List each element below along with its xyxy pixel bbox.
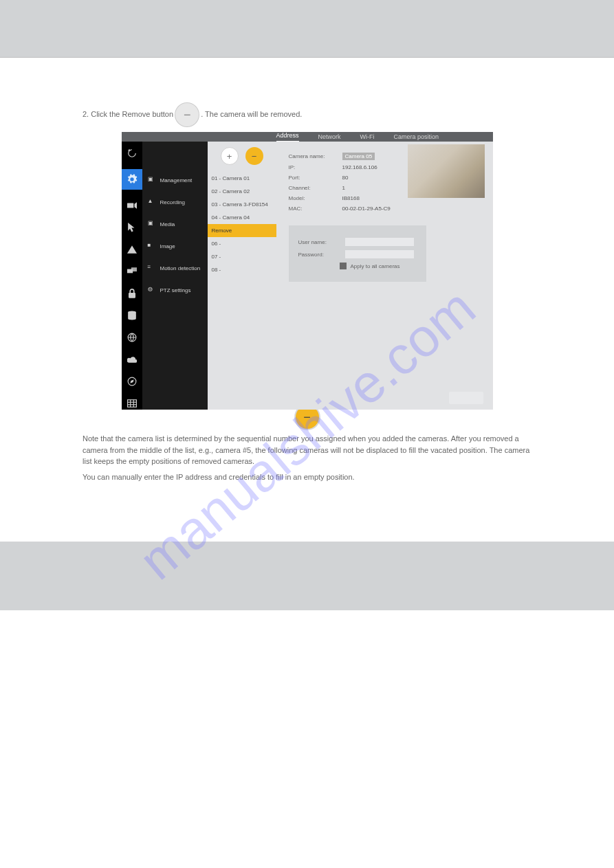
cloud-icon[interactable] (126, 353, 138, 366)
svg-marker-1 (134, 202, 137, 208)
page-header-banner (0, 0, 614, 58)
warn-icon: ▲ (148, 198, 156, 206)
camera-list-item[interactable]: 06 - (208, 237, 276, 250)
sidebar-item-label: Motion detection (160, 265, 201, 271)
credentials-box: User name: Password: Apply to all camera… (289, 225, 426, 282)
label-username: User name: (298, 239, 345, 245)
lock-icon[interactable] (126, 287, 138, 300)
label-mac: MAC: (289, 205, 342, 212)
svg-marker-2 (128, 223, 134, 232)
cursor-icon[interactable] (126, 221, 138, 234)
instruction-text-after: . The camera will be removed. (201, 110, 302, 118)
lock-icon: ■ (148, 242, 156, 250)
label-port: Port: (289, 175, 342, 181)
tab-network[interactable]: Network (318, 133, 341, 140)
apply-button[interactable] (449, 392, 483, 404)
note-text: Note that the camera list is determined … (83, 433, 531, 467)
sidebar-item-label: Image (160, 243, 175, 249)
sidebar-item-management[interactable]: ▣ Management (142, 169, 208, 191)
camera-list-item[interactable]: 07 - (208, 250, 276, 263)
password-input[interactable] (345, 250, 414, 258)
tab-camera-position[interactable]: Camera position (394, 133, 439, 140)
value-model: IB8168 (342, 195, 360, 201)
grid-icon[interactable] (126, 397, 138, 410)
sidebar-item-label: Media (160, 221, 175, 227)
camera-detail-pane: Camera name: Camera 05 IP: 192.168.6.106… (276, 142, 493, 410)
top-tabs: Address Network Wi-Fi Camera position (122, 132, 493, 142)
camera-icon[interactable] (126, 199, 138, 212)
left-rail (122, 142, 142, 410)
svg-rect-5 (131, 267, 136, 271)
page-footer-banner (0, 542, 614, 610)
db-icon[interactable] (126, 309, 138, 322)
gear-icon[interactable] (122, 169, 142, 190)
sidebar-item-image[interactable]: ■ Image (142, 235, 208, 257)
screens-icon[interactable] (126, 265, 138, 278)
sidebar-item-ptz[interactable]: ◍ PTZ settings (142, 279, 208, 301)
apply-all-label: Apply to all cameras (351, 263, 400, 269)
svg-marker-3 (127, 245, 137, 254)
sidebar-item-label: PTZ settings (160, 287, 191, 293)
sidebar-item-media[interactable]: ▣ Media (142, 213, 208, 235)
globe-icon: ◍ (148, 286, 156, 294)
camera-preview-thumb (408, 144, 485, 198)
value-mac: 00-02-D1-29-A5-C9 (342, 205, 391, 212)
svg-rect-0 (127, 203, 133, 208)
document-content: 2. Click the Remove button − . The camer… (0, 58, 614, 507)
add-camera-button[interactable]: + (221, 147, 239, 165)
sidebar-item-recording[interactable]: ▲ Recording (142, 191, 208, 213)
warn-icon[interactable] (126, 243, 138, 256)
camera-list-item[interactable]: 03 - Camera 3-FD8154 (208, 198, 276, 211)
camera-name-input[interactable]: Camera 05 (342, 153, 375, 160)
sidebar-item-label: Recording (160, 199, 185, 205)
username-input[interactable] (345, 238, 414, 246)
apply-all-checkbox[interactable] (340, 263, 347, 269)
camera-list-item[interactable]: 01 - Camera 01 (208, 172, 276, 185)
label-channel: Channel: (289, 185, 342, 191)
value-channel: 1 (342, 185, 345, 191)
svg-marker-10 (131, 380, 133, 383)
side-menu: ▣ Management ▲ Recording ▣ Media ■ Image… (142, 142, 208, 410)
detail-row-mac: MAC: 00-02-D1-29-A5-C9 (289, 205, 481, 212)
camera-list-item-selected[interactable]: Remove (208, 224, 276, 237)
compass-icon[interactable] (126, 375, 138, 388)
sidebar-item-label: Management (160, 177, 193, 183)
cred-row-pass: Password: (298, 250, 417, 258)
camera-list-item[interactable]: 04 - Camera 04 (208, 211, 276, 224)
tab-address[interactable]: Address (276, 132, 299, 142)
svg-rect-6 (129, 293, 135, 298)
camera-list-item[interactable]: 08 - (208, 263, 276, 276)
svg-rect-11 (127, 400, 136, 408)
screens-icon: ▣ (148, 220, 156, 228)
camera-list-item[interactable]: 02 - Camera 02 (208, 185, 276, 198)
value-port: 80 (342, 175, 349, 181)
add-remove-row: + − (208, 147, 276, 165)
tab-wifi[interactable]: Wi-Fi (360, 133, 375, 140)
label-camera-name: Camera name: (289, 153, 342, 159)
label-ip: IP: (289, 164, 342, 170)
cred-row-user: User name: (298, 238, 417, 246)
camera-icon: ▣ (148, 176, 156, 184)
sidebar-item-motion[interactable]: ≡ Motion detection (142, 257, 208, 279)
remove-camera-button[interactable]: − (245, 147, 263, 165)
instruction-text-before: 2. Click the Remove button (83, 110, 173, 118)
app-screenshot: Address Network Wi-Fi Camera position (122, 132, 493, 400)
remove-icon-inline: − (175, 103, 199, 126)
app-body: ▣ Management ▲ Recording ▣ Media ■ Image… (122, 142, 493, 410)
back-icon[interactable] (126, 147, 138, 159)
value-ip: 192.168.6.106 (342, 164, 377, 170)
camera-list-column: + − 01 - Camera 01 02 - Camera 02 03 - C… (208, 142, 276, 410)
db-icon: ≡ (148, 264, 156, 272)
apply-all-row: Apply to all cameras (340, 263, 417, 269)
label-model: Model: (289, 195, 342, 201)
closing-text: You can manually enter the IP address an… (83, 471, 531, 483)
label-password: Password: (298, 252, 345, 258)
globe-icon[interactable] (126, 331, 138, 344)
instruction-line: 2. Click the Remove button − . The camer… (83, 103, 531, 126)
